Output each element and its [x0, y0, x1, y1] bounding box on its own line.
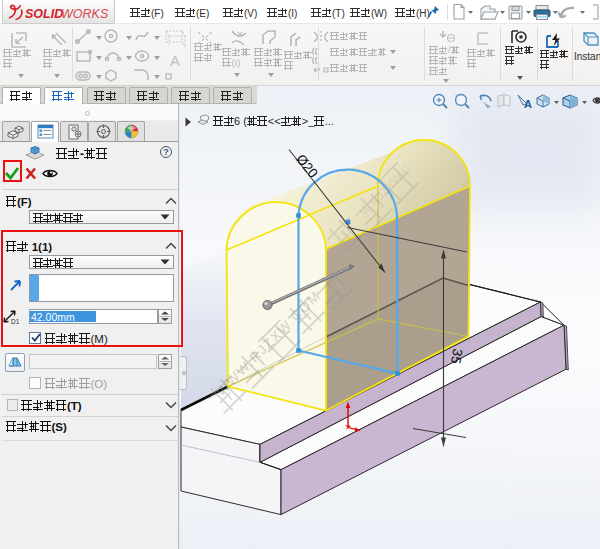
svg-text:Ø20: Ø20 [293, 151, 321, 180]
svg-text:WORKS: WORKS [61, 7, 109, 21]
svg-text:A: A [524, 98, 532, 110]
svg-text:A: A [170, 52, 180, 69]
svg-text:35: 35 [448, 347, 465, 364]
svg-text:SOLID: SOLID [25, 7, 63, 21]
